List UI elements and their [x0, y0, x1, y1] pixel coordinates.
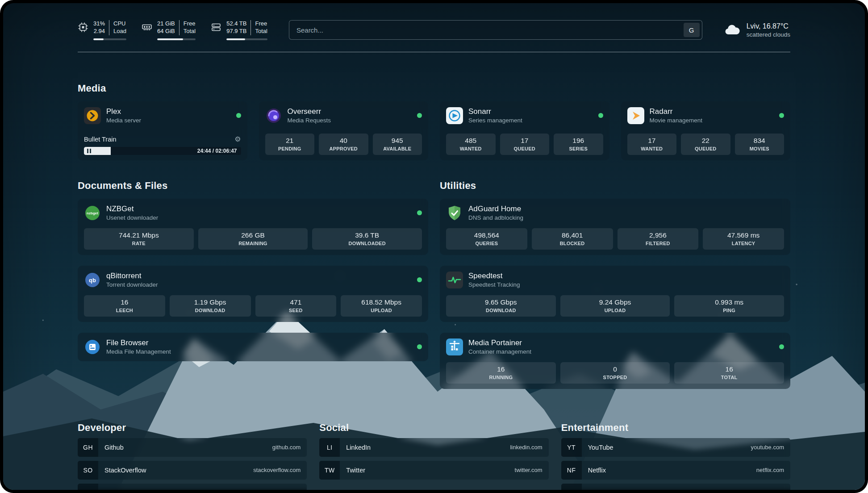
storage-free-value: 52.4 TB — [226, 20, 246, 28]
service-card-overseerr[interactable]: Overseerr Media Requests 21 PENDING 40 A… — [259, 101, 429, 160]
bookmark-abbr: SO — [78, 461, 98, 480]
stat-value: 17 — [502, 137, 548, 145]
service-card-adguard[interactable]: AdGuard Home DNS and adblocking 498,564 … — [440, 199, 790, 255]
header-divider — [78, 52, 790, 52]
section-title-documents: Documents & Files — [78, 180, 428, 192]
stat-value: 47.569 ms — [705, 231, 782, 239]
stat-label: AVAILABLE — [375, 146, 421, 151]
bookmark-linkedin[interactable]: LI LinkedIn linkedin.com — [319, 438, 548, 457]
weather-widget: Lviv, 16.87°C scattered clouds — [724, 22, 790, 38]
stat-label: RUNNING — [448, 375, 554, 380]
cpu-label: CPU — [113, 20, 126, 28]
stat-value: 0 — [562, 365, 668, 373]
status-dot-online — [417, 113, 422, 118]
bookmark-github[interactable]: GH Github github.com — [78, 438, 307, 457]
playback-progress-bar: 24:44 / 02:06:47 — [84, 147, 241, 155]
bookmark-stackoverflow[interactable]: SO StackOverflow stackoverflow.com — [78, 461, 307, 480]
section-title-social: Social — [319, 422, 548, 434]
stat-value: 17 — [629, 137, 675, 145]
nzbget-icon: nzbget — [84, 205, 101, 221]
service-card-portainer[interactable]: Media Portainer Container management 16 … — [440, 333, 790, 389]
stat-label: STOPPED — [562, 375, 668, 380]
storage-total-value: 97.9 TB — [226, 28, 246, 35]
memory-total-label: Total — [184, 28, 196, 35]
pause-icon[interactable] — [87, 149, 91, 153]
storage-widget: 52.4 TB 97.9 TB Free Total — [211, 20, 267, 40]
service-name: AdGuard Home — [468, 205, 523, 213]
bookmark-name: DEV — [104, 489, 118, 490]
service-card-sonarr[interactable]: Sonarr Series management 485 WANTED 17 Q… — [440, 101, 609, 160]
stat-box: 0 STOPPED — [560, 362, 670, 384]
stat-box: 16 RUNNING — [446, 362, 556, 384]
stat-label: TOTAL — [676, 375, 782, 380]
stat-label: UPLOAD — [562, 308, 668, 313]
search-input[interactable] — [289, 20, 702, 40]
service-subtitle: Speedtest Tracking — [468, 281, 520, 288]
bookmark-domain: twitter.com — [515, 467, 542, 473]
stat-value: 86,401 — [534, 231, 611, 239]
stat-box: 618.52 Mbps UPLOAD — [341, 295, 422, 317]
storage-total-label: Total — [255, 28, 267, 35]
stat-box: 21 PENDING — [265, 134, 315, 155]
service-card-radarr[interactable]: Radarr Movie management 17 WANTED 22 QUE… — [621, 101, 791, 160]
bookmark-abbr: NF — [561, 461, 582, 480]
search-provider-button[interactable]: G — [684, 23, 700, 37]
bookmark-name: YouTube — [588, 444, 613, 451]
bookmark-reddit[interactable]: RE Reddit reddit.com — [561, 484, 790, 490]
stat-value: 9.24 Gbps — [562, 298, 668, 306]
service-card-filebrowser[interactable]: File Browser Media File Management — [78, 333, 428, 361]
stat-value: 16 — [676, 365, 782, 373]
bookmark-name: LinkedIn — [346, 444, 371, 451]
radarr-icon — [627, 107, 644, 124]
stat-label: RATE — [86, 241, 192, 246]
stat-box: 485 WANTED — [446, 134, 496, 155]
status-dot-online — [417, 210, 422, 215]
section-social: Social LI LinkedIn linkedin.com TW Twitt… — [319, 422, 548, 490]
memory-widget: 21 GiB 64 GiB Free Total — [142, 20, 196, 40]
stat-box: 17 WANTED — [627, 134, 677, 155]
stat-value: 485 — [448, 137, 494, 145]
service-subtitle: Container management — [468, 348, 531, 355]
cpu-progress-bar — [93, 38, 126, 40]
service-card-speedtest[interactable]: Speedtest Speedtest Tracking 9.65 Gbps D… — [440, 266, 790, 322]
stat-value: 0.993 ms — [676, 298, 782, 306]
bookmark-domain: linkedin.com — [510, 444, 542, 451]
stat-box: 1.19 Gbps DOWNLOAD — [170, 295, 251, 317]
bookmark-abbr: GH — [78, 438, 98, 457]
speedtest-icon — [446, 272, 463, 288]
top-bar: 31% 2.94 CPU Load — [78, 20, 790, 40]
bookmark-name: StackOverflow — [104, 467, 146, 474]
service-card-qbittorrent[interactable]: qb qBittorrent Torrent downloader 16 — [78, 266, 428, 322]
stat-label: FILTERED — [619, 241, 697, 246]
stat-value: 16 — [86, 298, 163, 306]
service-name: Speedtest — [468, 272, 520, 280]
bookmark-domain: github.com — [272, 444, 301, 451]
section-utilities: Utilities AdGuard Home DNS — [440, 180, 790, 389]
now-playing-title: Bullet Train — [84, 136, 117, 143]
bookmark-dev[interactable]: DT DEV dev.to — [78, 484, 307, 490]
stat-box: 945 AVAILABLE — [373, 134, 422, 155]
bookmark-youtube[interactable]: YT YouTube youtube.com — [561, 438, 790, 457]
service-card-nzbget[interactable]: nzbget NZBGet Usenet downloader 744.21 M… — [78, 199, 428, 255]
bookmark-abbr: TW — [319, 461, 340, 480]
bookmark-netflix[interactable]: NF Netflix netflix.com — [561, 461, 790, 480]
section-developer: Developer GH Github github.com SO StackO… — [78, 422, 307, 490]
weather-location: Lviv, 16.87°C — [747, 22, 790, 30]
service-name: Overseerr — [288, 107, 331, 116]
service-card-plex[interactable]: Plex Media server Bullet Train ⚙ — [78, 101, 247, 160]
gear-icon[interactable]: ⚙ — [234, 136, 241, 143]
status-dot-online — [417, 277, 422, 282]
stat-box: 266 GB REMAINING — [198, 228, 308, 250]
stat-value: 196 — [555, 137, 601, 145]
bookmark-twitter[interactable]: TW Twitter twitter.com — [319, 461, 548, 480]
service-name: Media Portainer — [468, 338, 531, 347]
stat-box: 47.569 ms LATENCY — [703, 228, 784, 250]
stat-label: QUEUED — [683, 146, 729, 151]
service-subtitle: Media Requests — [288, 117, 331, 124]
stat-value: 1.19 Gbps — [171, 298, 249, 306]
playback-time: 24:44 / 02:06:47 — [197, 148, 237, 154]
stat-label: DOWNLOAD — [171, 308, 249, 313]
stat-value: 16 — [448, 365, 554, 373]
stat-label: APPROVED — [321, 146, 367, 151]
stat-label: PING — [676, 308, 782, 313]
